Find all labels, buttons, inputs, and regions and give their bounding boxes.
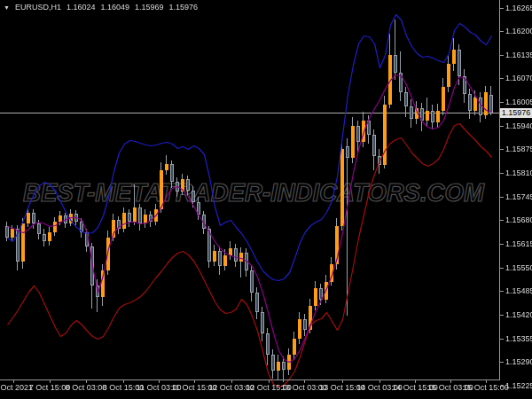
price-axis-label: 1.16070 <box>505 74 532 82</box>
ohlc-high: 1.16049 <box>101 3 130 12</box>
symbol-info-bar: ▼ EURUSD,H1 1.16024 1.16049 1.15969 1.15… <box>4 3 198 12</box>
price-axis-label: 1.16135 <box>505 51 532 59</box>
price-axis-label: 1.15225 <box>505 382 532 390</box>
price-axis-label: 1.15355 <box>505 335 532 343</box>
current-price-badge: 1.15976 <box>500 108 532 118</box>
price-axis-label: 1.15745 <box>505 193 532 201</box>
symbol-dropdown-icon[interactable]: ▼ <box>4 4 10 12</box>
price-axis-label: 1.16005 <box>505 98 532 106</box>
price-axis-label: 1.15615 <box>505 240 532 248</box>
time-axis-label: 8 Oct 03:00 <box>66 384 107 392</box>
price-axis-label: 1.15940 <box>505 122 532 130</box>
price-chart-canvas[interactable] <box>0 0 532 399</box>
time-axis-label: 7 Oct 15:00 <box>29 384 71 392</box>
symbol-timeframe-label: EURUSD,H1 <box>15 3 61 12</box>
price-axis-label: 1.16200 <box>505 27 532 35</box>
price-axis-label: 1.15290 <box>505 358 532 366</box>
price-axis-label: 1.15875 <box>505 145 532 153</box>
price-axis-label: 1.15680 <box>505 216 532 224</box>
price-axis-label: 1.15420 <box>505 311 532 319</box>
time-axis-label: 15 Oct 15:00 <box>463 384 509 392</box>
price-axis-label: 1.15810 <box>505 169 532 177</box>
ohlc-open: 1.16024 <box>66 3 96 12</box>
chart-window: BEST-METATRADER-INDICATORS.COM ▼ EURUSD,… <box>0 0 532 399</box>
price-axis-label: 1.16265 <box>505 4 532 12</box>
price-axis-label: 1.15485 <box>505 287 532 295</box>
price-axis-label: 1.15550 <box>505 264 532 272</box>
ohlc-low: 1.15969 <box>135 3 164 12</box>
ohlc-close: 1.15976 <box>169 3 199 12</box>
time-axis-label: 7 Oct 2021 <box>0 384 33 392</box>
